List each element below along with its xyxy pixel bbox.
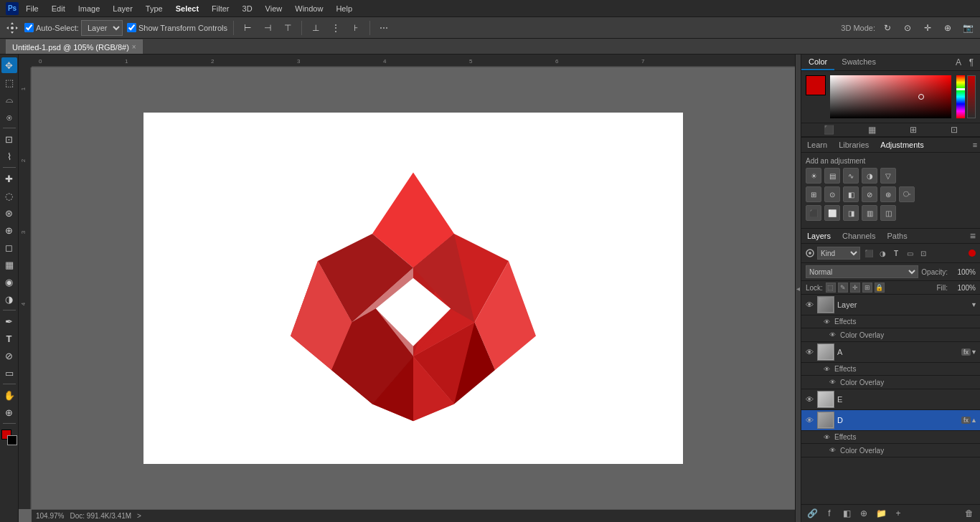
hsl-adj[interactable]: ⊞ xyxy=(806,186,821,202)
orbit-icon[interactable]: ⊙ xyxy=(900,20,915,36)
posterize-adj[interactable]: ⬜ xyxy=(824,205,840,221)
path-tool[interactable]: ⊘ xyxy=(1,348,17,364)
hue-slider[interactable] xyxy=(956,75,965,118)
layers-panel-menu-icon[interactable]: ≡ xyxy=(966,230,980,242)
libraries-tab[interactable]: Libraries xyxy=(833,138,875,152)
layer-item-a[interactable]: 👁 A fx ▼ xyxy=(801,342,980,363)
photo-filter-adj[interactable]: ⊘ xyxy=(862,186,877,202)
channels-tab[interactable]: Channels xyxy=(837,229,881,243)
magic-wand-tool[interactable]: ⍟ xyxy=(1,109,17,125)
color-panel-tool1[interactable]: A xyxy=(953,57,964,67)
gradient-tool[interactable]: ▦ xyxy=(1,257,17,272)
fill-value[interactable]: 100% xyxy=(951,284,976,292)
lock-all-icon[interactable]: 🔒 xyxy=(875,283,885,293)
color-overlay-a[interactable]: 👁 Color Overlay xyxy=(801,376,980,389)
zoom-3d-icon[interactable]: ⊕ xyxy=(940,20,956,36)
align-left-icon[interactable]: ⊢ xyxy=(240,20,255,36)
filter-type-icon[interactable]: T xyxy=(890,247,902,259)
color-picker-handle[interactable] xyxy=(918,94,924,100)
canvas-document[interactable] xyxy=(32,67,795,509)
shape-tool[interactable]: ▭ xyxy=(1,365,17,381)
color-tab[interactable]: Color xyxy=(801,54,834,70)
menu-select[interactable]: Select xyxy=(170,0,204,17)
healing-tool[interactable]: ✚ xyxy=(1,171,17,186)
eyedropper-tool[interactable]: ⌇ xyxy=(1,148,17,164)
opacity-value[interactable]: 100% xyxy=(951,268,976,276)
layers-tab[interactable]: Layers xyxy=(801,229,837,243)
adj-panel-menu-icon[interactable]: ≡ xyxy=(970,140,980,150)
adjustments-tab[interactable]: Adjustments xyxy=(875,138,930,152)
menu-help[interactable]: Help xyxy=(330,0,358,17)
layers-kind-select[interactable]: Kind xyxy=(817,247,860,260)
transform-checkbox[interactable] xyxy=(127,23,136,32)
color-balance-adj[interactable]: ⊙ xyxy=(824,186,840,202)
layer-select[interactable]: Layer xyxy=(81,20,123,36)
layer-expand-d[interactable]: ▲ xyxy=(971,417,977,424)
color-overlay-vis-a[interactable]: 👁 xyxy=(827,377,837,387)
pen-tool[interactable]: ✒ xyxy=(1,313,17,329)
pan-3d-icon[interactable]: ✛ xyxy=(920,20,936,36)
pattern-icon[interactable]: ⊞ xyxy=(910,125,917,135)
color-saturation-brightness[interactable] xyxy=(830,75,951,118)
menu-type[interactable]: Type xyxy=(140,0,169,17)
new-layer-button[interactable]: + xyxy=(890,507,906,520)
foreground-background-colors[interactable] xyxy=(1,430,17,445)
color-overlay-vis-top[interactable]: 👁 xyxy=(827,330,837,340)
menu-edit[interactable]: Edit xyxy=(46,0,71,17)
marquee-tool[interactable]: ⬚ xyxy=(1,75,17,90)
selective-color-adj[interactable]: ◫ xyxy=(880,205,896,221)
align-center-v-icon[interactable]: ⋮ xyxy=(328,20,344,36)
move-tool[interactable]: ✥ xyxy=(1,57,17,73)
layer-expand-top[interactable]: ▼ xyxy=(971,301,977,308)
zoom-tool[interactable]: ⊕ xyxy=(1,404,17,420)
brightness-contrast-adj[interactable]: ☀ xyxy=(806,168,821,184)
lock-transparent-icon[interactable]: ⬚ xyxy=(826,283,836,293)
menu-image[interactable]: Image xyxy=(72,0,106,17)
exposure-adj[interactable]: ◑ xyxy=(862,168,877,184)
color-lookup-adj[interactable]: ⧃ xyxy=(899,186,915,202)
new-group-button[interactable]: 📁 xyxy=(873,507,889,520)
background-color[interactable] xyxy=(7,435,17,445)
effects-vis-top[interactable]: 👁 xyxy=(821,317,831,327)
more-arrow[interactable]: > xyxy=(137,512,141,520)
lock-artboard-icon[interactable]: ⊞ xyxy=(862,283,872,293)
threshold-adj[interactable]: ◨ xyxy=(843,205,859,221)
lasso-tool[interactable]: ⌓ xyxy=(1,92,17,108)
align-top-icon[interactable]: ⊥ xyxy=(308,20,324,36)
crop-tool[interactable]: ⊡ xyxy=(1,131,17,147)
filter-pixel-icon[interactable]: ⬛ xyxy=(863,247,875,259)
new-adj-layer-button[interactable]: ⊕ xyxy=(856,507,872,520)
effects-vis-d[interactable]: 👁 xyxy=(821,432,831,442)
layer-visibility-top[interactable]: 👁 xyxy=(804,300,814,310)
color-overlay-top[interactable]: 👁 Color Overlay xyxy=(801,328,980,342)
channel-mixer-adj[interactable]: ⊛ xyxy=(880,186,896,202)
layer-item-top[interactable]: 👁 Layer ▼ xyxy=(801,295,980,315)
menu-3d[interactable]: 3D xyxy=(237,0,258,17)
layer-visibility-e[interactable]: 👁 xyxy=(804,394,814,404)
layer-item-d[interactable]: 👁 D fx ▲ xyxy=(801,410,980,431)
blend-mode-select[interactable]: Normal xyxy=(806,265,918,278)
menu-window[interactable]: Window xyxy=(289,0,329,17)
dodge-tool[interactable]: ◑ xyxy=(1,291,17,307)
vibrance-adj[interactable]: ▽ xyxy=(880,168,896,184)
camera-icon[interactable]: 📷 xyxy=(960,20,976,36)
bw-adj[interactable]: ◧ xyxy=(843,186,859,202)
eraser-tool[interactable]: ◻ xyxy=(1,239,17,255)
paint-bucket-icon[interactable]: ⬛ xyxy=(824,125,834,135)
align-center-h-icon[interactable]: ⊣ xyxy=(260,20,275,36)
menu-layer[interactable]: Layer xyxy=(107,0,138,17)
delete-layer-button[interactable]: 🗑 xyxy=(961,507,977,520)
auto-select-checkbox[interactable] xyxy=(24,23,34,32)
layer-expand-a[interactable]: ▼ xyxy=(971,348,977,356)
clone-tool[interactable]: ⊛ xyxy=(1,205,17,221)
color-panel-tool2[interactable]: ¶ xyxy=(966,57,977,67)
hand-tool[interactable]: ✋ xyxy=(1,387,17,403)
brush-tool[interactable]: ◌ xyxy=(1,188,17,204)
paths-tab[interactable]: Paths xyxy=(882,229,913,243)
foreground-color-swatch[interactable] xyxy=(806,75,826,95)
gradient-icon[interactable]: ▦ xyxy=(868,125,876,135)
color-overlay-vis-d[interactable]: 👁 xyxy=(827,445,837,455)
panels-collapse-handle[interactable]: ◂ xyxy=(795,54,801,522)
rotate-3d-icon[interactable]: ↻ xyxy=(880,20,895,36)
filter-adjust-icon[interactable]: ◑ xyxy=(877,247,888,259)
